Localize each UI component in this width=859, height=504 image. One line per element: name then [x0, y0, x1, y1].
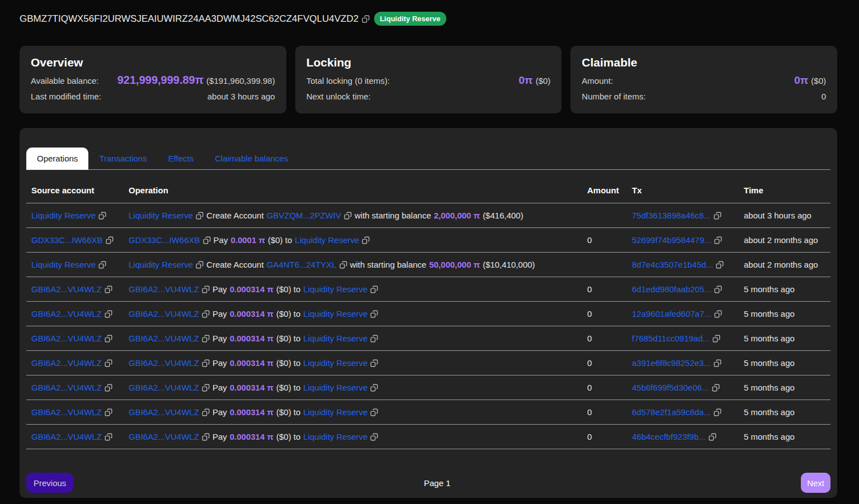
account-link[interactable]: Liquidity Reserve: [129, 260, 193, 269]
copy-icon[interactable]: [714, 310, 722, 318]
copy-icon[interactable]: [339, 261, 347, 269]
copy-icon[interactable]: [714, 236, 722, 244]
operation-text: ($0) to: [276, 407, 300, 417]
copy-icon[interactable]: [344, 212, 352, 220]
copy-icon[interactable]: [202, 433, 210, 441]
copy-icon[interactable]: [202, 359, 210, 367]
account-link[interactable]: GBVZQM...2PZWIV: [267, 211, 341, 220]
copy-icon[interactable]: [196, 212, 204, 220]
tx-link[interactable]: 46b4cecfbf923f9b...: [632, 432, 706, 441]
tab-transactions[interactable]: Transactions: [88, 148, 157, 170]
tx-link[interactable]: 75df3613898a46c8...: [632, 211, 711, 220]
copy-icon[interactable]: [370, 408, 378, 416]
copy-icon[interactable]: [196, 261, 204, 269]
account-link[interactable]: Liquidity Reserve: [295, 235, 359, 245]
copy-icon[interactable]: [202, 310, 210, 318]
copy-icon[interactable]: [370, 433, 378, 441]
account-link[interactable]: GBI6A2...VU4WLZ: [129, 383, 199, 392]
copy-address-icon[interactable]: [362, 15, 370, 23]
tx-link[interactable]: 8d7e4c3507e1b45d...: [632, 260, 713, 269]
account-link[interactable]: GDX33C...IW66XB: [129, 235, 200, 245]
time-cell: 5 months ago: [739, 326, 830, 351]
account-link[interactable]: GBI6A2...VU4WLZ: [129, 407, 199, 417]
claimable-items-value: 0: [822, 91, 826, 102]
copy-icon[interactable]: [98, 212, 106, 220]
table-row: GDX33C...IW66XBGDX33C...IW66XBPay0.0001 …: [26, 228, 830, 253]
usd-amount: ($0): [811, 76, 826, 85]
copy-icon[interactable]: [714, 359, 721, 367]
copy-icon[interactable]: [202, 408, 210, 416]
operation-pi-amount: 0.0001 π: [230, 235, 265, 245]
account-link[interactable]: GBI6A2...VU4WLZ: [129, 284, 199, 294]
copy-icon[interactable]: [370, 286, 378, 293]
account-link[interactable]: GBI6A2...VU4WLZ: [129, 358, 199, 368]
copy-icon[interactable]: [98, 261, 106, 269]
copy-icon[interactable]: [716, 261, 724, 269]
operation-cell: GBI6A2...VU4WLZPay0.000314 π($0) toLiqui…: [124, 425, 582, 449]
source-account-link[interactable]: GBI6A2...VU4WLZ: [31, 358, 102, 368]
copy-icon[interactable]: [202, 335, 210, 343]
copy-icon[interactable]: [202, 286, 210, 293]
account-link[interactable]: Liquidity Reserve: [303, 358, 367, 368]
source-account-link[interactable]: Liquidity Reserve: [31, 260, 96, 269]
copy-icon[interactable]: [709, 433, 716, 441]
copy-icon[interactable]: [105, 359, 112, 367]
copy-icon[interactable]: [105, 408, 112, 416]
tx-link[interactable]: 52699f74b9584479...: [632, 235, 711, 245]
copy-icon[interactable]: [106, 236, 114, 244]
tab-effects[interactable]: Effects: [158, 148, 205, 170]
operations-table-body: Liquidity ReserveLiquidity ReserveCreate…: [26, 203, 830, 449]
account-link[interactable]: Liquidity Reserve: [303, 432, 367, 441]
tab-claimable-balances[interactable]: Claimable balances: [204, 148, 299, 170]
account-link[interactable]: GA4NT6...24TYXL: [267, 260, 337, 269]
tx-link[interactable]: 6d578e2f1a59c8da...: [632, 407, 711, 417]
account-link[interactable]: GBI6A2...VU4WLZ: [129, 309, 199, 318]
tx-link[interactable]: 12a9601afed607a7...: [632, 309, 711, 318]
copy-icon[interactable]: [105, 310, 112, 318]
account-link[interactable]: Liquidity Reserve: [303, 334, 367, 343]
next-unlock-row: Next unlock time:: [306, 91, 551, 102]
copy-icon[interactable]: [202, 384, 210, 392]
source-account-link[interactable]: GBI6A2...VU4WLZ: [31, 284, 102, 294]
source-account-link[interactable]: GBI6A2...VU4WLZ: [31, 432, 102, 441]
next-button[interactable]: Next: [801, 473, 830, 493]
account-link[interactable]: Liquidity Reserve: [303, 407, 367, 417]
copy-icon[interactable]: [370, 310, 378, 318]
account-link[interactable]: Liquidity Reserve: [129, 211, 193, 220]
copy-icon[interactable]: [105, 335, 112, 343]
tx-link[interactable]: f7685d11cc0919ad...: [632, 334, 710, 343]
tx-link[interactable]: 6d1edd980faab205...: [632, 284, 711, 294]
copy-icon[interactable]: [105, 433, 112, 441]
previous-button[interactable]: Previous: [26, 473, 73, 493]
copy-icon[interactable]: [370, 384, 378, 392]
copy-icon[interactable]: [714, 286, 722, 293]
source-account-link[interactable]: Liquidity Reserve: [31, 211, 96, 220]
account-link[interactable]: GBI6A2...VU4WLZ: [129, 334, 199, 343]
copy-icon[interactable]: [712, 384, 720, 392]
source-account-link[interactable]: GBI6A2...VU4WLZ: [31, 334, 102, 343]
copy-icon[interactable]: [370, 335, 378, 343]
source-account-link[interactable]: GBI6A2...VU4WLZ: [31, 407, 102, 417]
account-link[interactable]: Liquidity Reserve: [303, 309, 367, 318]
tab-operations[interactable]: Operations: [26, 148, 88, 170]
available-balance-value: 921,999,999.89π($191,960,399.98): [117, 75, 275, 86]
copy-icon[interactable]: [712, 335, 720, 343]
copy-icon[interactable]: [362, 236, 370, 244]
locking-title: Locking: [306, 55, 551, 70]
tx-link[interactable]: 45b6f699f5d30e06...: [632, 383, 709, 392]
copy-icon[interactable]: [105, 286, 112, 293]
account-link[interactable]: Liquidity Reserve: [303, 284, 367, 294]
account-link[interactable]: GBI6A2...VU4WLZ: [129, 432, 199, 441]
source-account-cell: GBI6A2...VU4WLZ: [26, 425, 124, 449]
account-link[interactable]: Liquidity Reserve: [303, 383, 367, 392]
copy-icon[interactable]: [714, 212, 721, 220]
copy-icon[interactable]: [370, 359, 378, 367]
source-account-link[interactable]: GBI6A2...VU4WLZ: [31, 383, 102, 392]
source-account-cell: GBI6A2...VU4WLZ: [26, 326, 124, 351]
copy-icon[interactable]: [203, 236, 211, 244]
copy-icon[interactable]: [714, 408, 721, 416]
source-account-link[interactable]: GBI6A2...VU4WLZ: [31, 309, 102, 318]
source-account-link[interactable]: GDX33C...IW66XB: [31, 235, 103, 245]
copy-icon[interactable]: [105, 384, 112, 392]
tx-link[interactable]: a391e6f8c98252e3...: [632, 358, 711, 368]
